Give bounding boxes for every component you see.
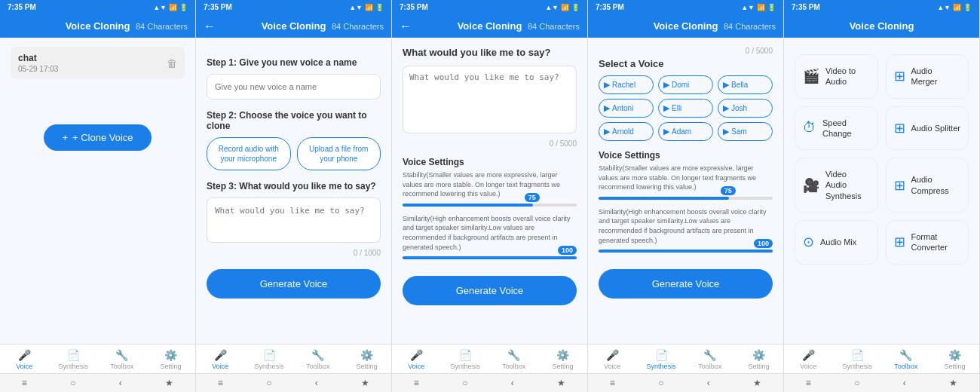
- status-bar-2: 7:35 PM ▲▼📶🔋: [196, 0, 391, 14]
- header-chars-3: 84 Characters: [528, 22, 580, 31]
- bottom-nav-1: 🎤 Voice 📄 Synthesis 🔧 Toolbox ⚙️ Setting: [0, 344, 195, 373]
- recents-btn-2[interactable]: ★: [361, 378, 369, 388]
- voice-antoni[interactable]: ▶Antoni: [599, 99, 654, 118]
- tool-speed-change[interactable]: ⏱ Speed Change: [795, 106, 878, 151]
- nav-toolbox-2[interactable]: 🔧 Toolbox: [294, 349, 343, 370]
- voice-josh[interactable]: ▶Josh: [718, 99, 773, 118]
- header-2: ← Voice Cloning 84 Characters: [196, 14, 391, 38]
- generate-btn-4[interactable]: Generate Voice: [599, 269, 773, 299]
- voice-elli[interactable]: ▶Elli: [658, 99, 713, 118]
- stability-slider-3[interactable]: 75: [403, 204, 577, 207]
- tool-audio-mix[interactable]: ⊙ Audio Mix: [795, 220, 878, 265]
- back-btn-5[interactable]: ‹: [903, 378, 906, 388]
- step3-input[interactable]: [207, 198, 381, 243]
- nav-voice-1[interactable]: 🎤 Voice: [0, 349, 49, 370]
- menu-btn-2[interactable]: ≡: [218, 378, 223, 388]
- home-btn-5[interactable]: ○: [854, 378, 859, 388]
- setting-icon: ⚙️: [164, 349, 177, 361]
- nav-synthesis-3[interactable]: 📄 Synthesis: [441, 349, 490, 370]
- record-btn[interactable]: Record audio with your microphone: [207, 137, 291, 170]
- generate-btn-2[interactable]: Generate Voice: [207, 269, 381, 299]
- tool-label-5: Audio Compress: [911, 174, 961, 196]
- nav-synthesis-2[interactable]: 📄 Synthesis: [245, 349, 294, 370]
- nav-setting-5[interactable]: ⚙️ Setting: [930, 349, 979, 370]
- nav-voice-2[interactable]: 🎤 Voice: [196, 349, 245, 370]
- nav-voice-3[interactable]: 🎤 Voice: [392, 349, 441, 370]
- recents-btn-5[interactable]: ★: [949, 378, 957, 388]
- voice-bella[interactable]: ▶Bella: [718, 75, 773, 94]
- back-arrow-3[interactable]: ←: [400, 20, 412, 33]
- nav-toolbox-3[interactable]: 🔧 Toolbox: [490, 349, 539, 370]
- time-5: 7:35 PM: [792, 3, 820, 11]
- back-btn-3[interactable]: ‹: [511, 378, 514, 388]
- home-btn-1[interactable]: ○: [70, 378, 75, 388]
- voice-domi[interactable]: ▶Domi: [658, 75, 713, 94]
- similarity-slider-4[interactable]: 100: [599, 250, 773, 253]
- nav-setting-4[interactable]: ⚙️ Setting: [734, 349, 783, 370]
- stability-value-4: 75: [721, 186, 736, 195]
- similarity-desc-3: Similarity(High enhancement boosts overa…: [403, 214, 577, 252]
- step1-input[interactable]: [207, 74, 381, 100]
- android-bar-1: ≡ ○ ‹ ★: [0, 373, 195, 392]
- mic-icon-2: 🎤: [214, 349, 227, 361]
- back-arrow-2[interactable]: ←: [204, 20, 216, 33]
- voice-arnold[interactable]: ▶Arnold: [599, 122, 654, 141]
- content-3: What would you like me to say? 0 / 5000 …: [392, 38, 587, 344]
- home-btn-2[interactable]: ○: [266, 378, 271, 388]
- recents-btn-3[interactable]: ★: [557, 378, 565, 388]
- header-title-1: Voice Cloning: [66, 20, 130, 32]
- android-bar-3: ≡ ○ ‹ ★: [392, 373, 587, 392]
- voice-adam[interactable]: ▶Adam: [658, 122, 713, 141]
- back-btn-4[interactable]: ‹: [707, 378, 710, 388]
- step2-buttons: Record audio with your microphone Upload…: [207, 137, 381, 170]
- voice-rachel[interactable]: ▶Rachel: [599, 75, 654, 94]
- tool-video-audio-synthesis[interactable]: 🎥 Video Audio Synthesis: [795, 158, 878, 213]
- chat-date: 05-29 17:03: [18, 65, 58, 73]
- nav-toolbox-4[interactable]: 🔧 Toolbox: [686, 349, 735, 370]
- nav-voice-5[interactable]: 🎤 Voice: [784, 349, 833, 370]
- status-bar-4: 7:35 PM ▲▼📶🔋: [588, 0, 783, 14]
- play-icon-antoni: ▶: [604, 103, 610, 113]
- play-icon-adam: ▶: [663, 127, 669, 136]
- nav-setting-3[interactable]: ⚙️ Setting: [538, 349, 587, 370]
- nav-setting-2[interactable]: ⚙️ Setting: [342, 349, 391, 370]
- tool-audio-merger[interactable]: ⊞ Audio Merger: [886, 54, 969, 99]
- menu-btn-4[interactable]: ≡: [610, 378, 615, 388]
- home-btn-4[interactable]: ○: [658, 378, 663, 388]
- voice-sam[interactable]: ▶Sam: [718, 122, 773, 141]
- tool-audio-splitter[interactable]: ⊞ Audio Splitter: [886, 106, 969, 151]
- back-btn-1[interactable]: ‹: [119, 378, 122, 388]
- voice-grid: ▶Rachel ▶Domi ▶Bella ▶Antoni ▶Elli ▶Josh…: [599, 75, 773, 141]
- phone-1: 7:35 PM ▲▼ 📶 🔋 Voice Cloning 84 Characte…: [0, 0, 196, 392]
- nav-toolbox-5[interactable]: 🔧 Toolbox: [882, 349, 931, 370]
- nav-voice-4[interactable]: 🎤 Voice: [588, 349, 637, 370]
- stability-desc-3: Stability(Smaller values are more expres…: [403, 170, 577, 199]
- recents-btn-4[interactable]: ★: [753, 378, 761, 388]
- tool-format-converter[interactable]: ⊞ Format Converter: [886, 220, 969, 265]
- play-icon-arnold: ▶: [604, 127, 610, 136]
- back-btn-2[interactable]: ‹: [315, 378, 318, 388]
- nav-toolbox-1[interactable]: 🔧 Toolbox: [98, 349, 147, 370]
- recents-btn-1[interactable]: ★: [165, 378, 173, 388]
- menu-btn-3[interactable]: ≡: [414, 378, 419, 388]
- mic-icon: 🎤: [18, 349, 31, 361]
- delete-icon[interactable]: 🗑: [167, 57, 177, 69]
- clone-voice-button[interactable]: + + Clone Voice: [44, 124, 151, 151]
- menu-btn-1[interactable]: ≡: [22, 378, 27, 388]
- menu-btn-5[interactable]: ≡: [806, 378, 811, 388]
- nav-setting-1[interactable]: ⚙️ Setting: [146, 349, 195, 370]
- say-textarea[interactable]: [403, 66, 577, 133]
- nav-synthesis-1[interactable]: 📄 Synthesis: [49, 349, 98, 370]
- status-icons-4: ▲▼📶🔋: [741, 4, 776, 11]
- home-btn-3[interactable]: ○: [462, 378, 467, 388]
- nav-synthesis-4[interactable]: 📄 Synthesis: [637, 349, 686, 370]
- nav-synthesis-5[interactable]: 📄 Synthesis: [833, 349, 882, 370]
- tool-video-to-audio[interactable]: 🎬 Video to Audio: [795, 54, 878, 99]
- tool-audio-compress[interactable]: ⊞ Audio Compress: [886, 158, 969, 213]
- time-1: 7:35 PM: [8, 3, 36, 11]
- similarity-desc-4: Similarity(High enhancement boosts overa…: [599, 207, 773, 245]
- similarity-slider-3[interactable]: 100: [403, 256, 577, 259]
- generate-btn-3[interactable]: Generate Voice: [403, 276, 577, 305]
- upload-btn[interactable]: Upload a file from your phone: [297, 137, 381, 170]
- stability-slider-4[interactable]: 75: [599, 197, 773, 200]
